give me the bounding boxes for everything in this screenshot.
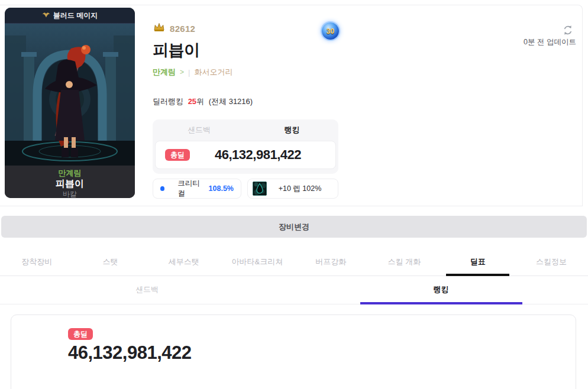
sub-tab-bar: 샌드백 랭킹 <box>0 275 588 304</box>
fame-row: 82612 <box>153 21 195 35</box>
character-page: 블러드 메이지 <box>0 0 588 389</box>
tab-detail-stats[interactable]: 세부스탯 <box>147 248 221 275</box>
dealer-ranking-rank-unit: 위 <box>196 97 204 106</box>
damage-tab-sandbag[interactable]: 샌드백 <box>153 119 245 141</box>
critical-value: 108.5% <box>209 184 234 193</box>
breadcrumb-location: 화서오거리 <box>194 67 232 77</box>
skill-buff-chip: +10 렙 102% <box>247 179 338 199</box>
damage-box-tabs: 샌드백 랭킹 <box>153 119 338 141</box>
damage-tab-ranking[interactable]: 랭킹 <box>245 119 338 141</box>
active-subtab-underline <box>360 302 522 304</box>
total-damage-badge: 총딜 <box>165 149 190 161</box>
damage-box: 샌드백 랭킹 총딜 46,132,981,422 <box>153 119 338 174</box>
critical-label: 크리티컬 <box>177 179 204 199</box>
breadcrumb: 만계림 > | 화서오거리 <box>153 67 232 77</box>
tab-damage-table-label: 딜표 <box>470 257 486 267</box>
critical-chip: 크리티컬 108.5% <box>153 179 241 199</box>
result-total-badge: 총딜 <box>68 328 93 340</box>
character-card: 블러드 메이지 <box>5 8 135 198</box>
character-name: 피븝이 <box>153 40 200 61</box>
critical-dot-icon <box>160 186 164 191</box>
skill-buff-label: +10 렙 102% <box>267 184 333 194</box>
last-updated-text: 0분 전 업데이트 <box>524 37 576 47</box>
subtab-ranking-label: 랭킹 <box>434 284 449 295</box>
breadcrumb-arrow-icon: > <box>180 68 184 76</box>
total-damage-card: 총딜 46,132,981,422 <box>155 141 336 169</box>
tab-stats[interactable]: 스탯 <box>73 248 147 275</box>
total-damage-value: 46,132,981,422 <box>190 147 326 163</box>
profile-panel: 블러드 메이지 <box>0 5 583 206</box>
breadcrumb-server: 만계림 <box>153 67 176 77</box>
level-badge: 30 <box>322 22 339 40</box>
fame-crown-icon <box>153 22 166 34</box>
tab-equipment[interactable]: 장착장비 <box>0 248 73 275</box>
character-class-header: 블러드 메이지 <box>5 8 135 24</box>
card-adventure-name: 바칼 <box>5 190 135 198</box>
level-value: 30 <box>327 27 334 35</box>
tab-damage-table[interactable]: 딜표 <box>441 248 515 275</box>
equip-change-button[interactable]: 장비변경 <box>1 216 587 238</box>
subtab-sandbag[interactable]: 샌드백 <box>0 275 294 304</box>
main-tab-bar: 장착장비 스탯 세부스탯 아바타&크리쳐 버프강화 스킬 개화 딜표 스킬정보 <box>0 248 588 276</box>
wing-icon <box>42 11 50 20</box>
dealer-ranking-rank: 25 <box>188 97 196 106</box>
character-class-title: 블러드 메이지 <box>53 11 98 21</box>
result-total-value: 46,132,981,422 <box>68 342 192 364</box>
skill-drop-icon <box>253 181 267 196</box>
tab-avatar-creature[interactable]: 아바타&크리쳐 <box>221 248 294 275</box>
tab-skill-info[interactable]: 스킬정보 <box>515 248 588 275</box>
tab-skill-bloom[interactable]: 스킬 개화 <box>367 248 441 275</box>
ranking-result-card: 총딜 46,132,981,422 <box>11 315 576 389</box>
refresh-icon[interactable] <box>562 24 575 37</box>
dealer-ranking-prefix: 딜러랭킹 <box>153 97 183 106</box>
fame-value: 82612 <box>170 24 195 34</box>
breadcrumb-divider: | <box>188 68 190 77</box>
character-portrait <box>5 24 135 166</box>
tab-buff-enhance[interactable]: 버프강화 <box>294 248 367 275</box>
subtab-ranking[interactable]: 랭킹 <box>294 275 588 304</box>
dealer-ranking-line: 딜러랭킹 25위 (전체 31216) <box>153 96 253 107</box>
dealer-ranking-total: (전체 31216) <box>209 97 253 106</box>
card-server-name: 만계림 <box>5 168 135 177</box>
card-character-name: 피븝이 <box>5 178 135 189</box>
character-card-footer: 만계림 피븝이 바칼 <box>5 166 135 198</box>
